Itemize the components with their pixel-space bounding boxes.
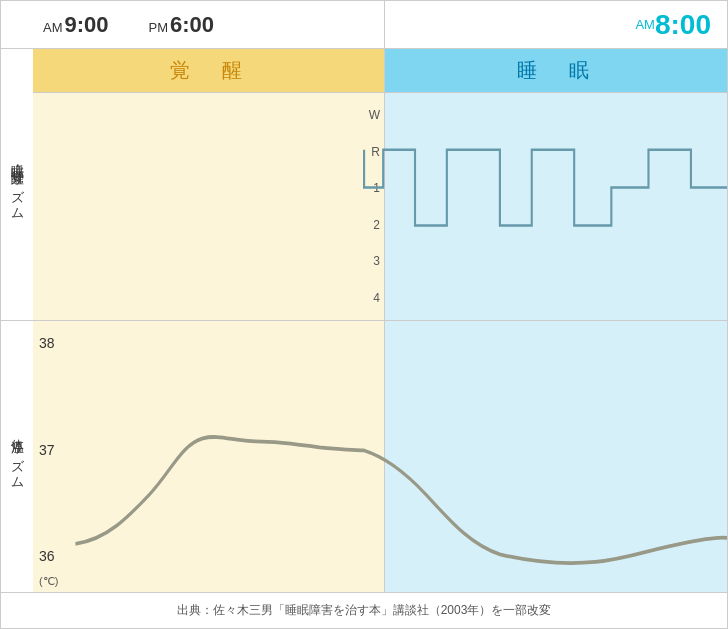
charts-column: 覚 醒 睡 眠 W R 1 2 3 4: [33, 49, 727, 592]
sleep-y-labels: W R 1 2 3 4: [369, 93, 380, 320]
sleep-category: 睡 眠: [385, 49, 727, 92]
sleep-y-label-1: 1: [373, 181, 380, 195]
time-end-value: 8:00: [655, 9, 711, 41]
sleep-chart: 覚 醒 睡 眠 W R 1 2 3 4: [33, 49, 727, 321]
sleep-y-label-w: W: [369, 108, 380, 122]
temp-bg-sleep: [385, 321, 727, 592]
sleep-y-label-3: 3: [373, 254, 380, 268]
sleep-graph-area: W R 1 2 3 4: [33, 93, 727, 320]
header-row: AM9:00 PM6:00 AM8:00: [1, 1, 727, 49]
header-label-spacer: [1, 1, 33, 48]
temp-unit-label: (℃): [39, 575, 58, 588]
temp-y-labels: 38 37 36: [39, 321, 55, 592]
footer-text: 出典：佐々木三男「睡眠障害を治す本」講談社（2003年）を一部改変: [177, 602, 552, 619]
sleep-bg-awake: W R 1 2 3 4: [33, 93, 385, 320]
header-awake-times: AM9:00 PM6:00: [33, 1, 385, 48]
sleep-y-label-r: R: [371, 145, 380, 159]
sleep-bg-sleep: [385, 93, 727, 320]
time-am-prefix: AM: [43, 20, 63, 35]
pm-label: PM6:00: [149, 12, 215, 38]
temp-rhythm-label: 体温リズム: [1, 321, 33, 592]
time-mid-value: 6:00: [170, 12, 214, 37]
main-container: AM9:00 PM6:00 AM8:00 睡眠・覚醒リズム 体温リズム 覚 醒 …: [0, 0, 728, 629]
footer: 出典：佐々木三男「睡眠障害を治す本」講談社（2003年）を一部改変: [1, 592, 727, 628]
time-am2-prefix: AM: [635, 17, 655, 32]
time-pm-prefix: PM: [149, 20, 169, 35]
content-area: 睡眠・覚醒リズム 体温リズム 覚 醒 睡 眠 W R: [1, 49, 727, 592]
am-label: AM9:00: [43, 12, 109, 38]
temp-chart: 38 37 36 (℃): [33, 321, 727, 592]
sleep-rhythm-label: 睡眠・覚醒リズム: [1, 49, 33, 321]
sleep-y-label-2: 2: [373, 218, 380, 232]
header-sleep-time: AM8:00: [385, 1, 727, 48]
temp-37: 37: [39, 442, 55, 458]
temp-38: 38: [39, 335, 55, 351]
category-row: 覚 醒 睡 眠: [33, 49, 727, 93]
vertical-label-column: 睡眠・覚醒リズム 体温リズム: [1, 49, 33, 592]
temp-36: 36: [39, 548, 55, 564]
temp-bg-awake: 38 37 36 (℃): [33, 321, 385, 592]
awake-category: 覚 醒: [33, 49, 385, 92]
sleep-y-label-4: 4: [373, 291, 380, 305]
time-start-value: 9:00: [65, 12, 109, 37]
